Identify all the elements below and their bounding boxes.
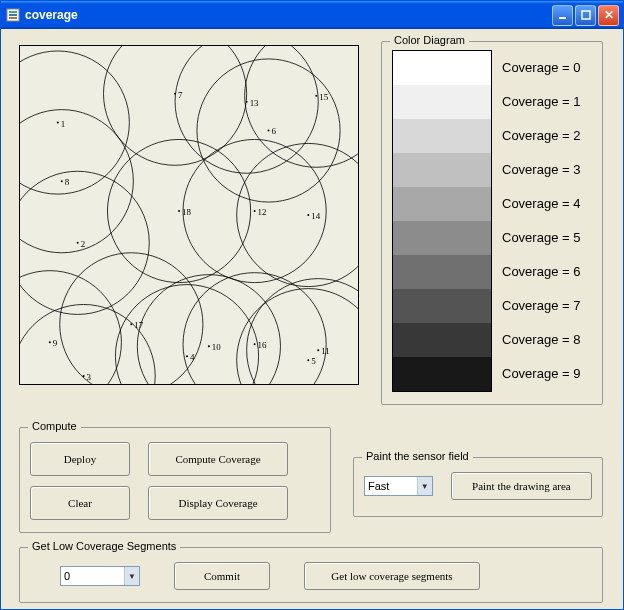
svg-point-27: [20, 110, 133, 253]
swatch-2: [393, 119, 491, 153]
svg-point-6: [20, 51, 129, 194]
svg-rect-3: [9, 17, 17, 19]
svg-point-55: [130, 323, 132, 325]
client-area: 123456789101112131415161718 Color Diagra…: [1, 29, 623, 609]
titlebar[interactable]: coverage ✕: [1, 1, 623, 29]
swatch-8: [393, 323, 491, 357]
svg-point-10: [77, 242, 79, 244]
svg-point-37: [317, 349, 319, 351]
deploy-button[interactable]: Deploy: [30, 442, 130, 476]
swatch-5: [393, 221, 491, 255]
window-title: coverage: [25, 8, 552, 22]
svg-point-22: [268, 130, 270, 132]
svg-point-51: [183, 273, 326, 384]
svg-rect-1: [9, 11, 17, 13]
svg-text:5: 5: [311, 356, 316, 366]
maximize-button[interactable]: [575, 5, 596, 26]
swatch-4: [393, 187, 491, 221]
svg-point-40: [254, 210, 256, 212]
app-icon: [5, 7, 21, 23]
swatch-6: [393, 255, 491, 289]
display-coverage-button[interactable]: Display Coverage: [148, 486, 288, 520]
svg-text:4: 4: [190, 352, 195, 362]
svg-text:7: 7: [178, 90, 183, 100]
svg-text:12: 12: [258, 207, 267, 217]
svg-point-48: [245, 46, 358, 167]
compute-group: Compute Deploy Compute Coverage Clear Di…: [19, 427, 331, 533]
swatch-0: [393, 51, 491, 85]
color-swatch-labels: Coverage = 0Coverage = 1Coverage = 2Cove…: [502, 50, 580, 392]
svg-point-7: [57, 122, 59, 124]
svg-text:17: 17: [134, 320, 143, 330]
svg-point-46: [307, 214, 309, 216]
compute-title: Compute: [28, 420, 81, 432]
paint-area-button[interactable]: Paint the drawing area: [451, 472, 592, 500]
svg-text:13: 13: [250, 98, 259, 108]
svg-point-19: [307, 359, 309, 361]
app-window: coverage ✕ 123456789101112131415161718 C…: [0, 0, 624, 610]
low-coverage-title: Get Low Coverage Segments: [28, 540, 180, 552]
color-diagram-group: Color Diagram Coverage = 0Coverage = 1Co…: [381, 41, 603, 405]
svg-point-43: [246, 101, 248, 103]
color-diagram-title: Color Diagram: [390, 34, 469, 46]
swatch-label-6: Coverage = 6: [502, 254, 580, 288]
swatch-label-0: Coverage = 0: [502, 50, 580, 84]
svg-point-36: [247, 279, 358, 384]
compute-coverage-button[interactable]: Compute Coverage: [148, 442, 288, 476]
swatch-label-1: Coverage = 1: [502, 84, 580, 118]
svg-point-49: [315, 95, 317, 97]
svg-text:9: 9: [53, 338, 58, 348]
swatch-label-2: Coverage = 2: [502, 118, 580, 152]
svg-point-54: [60, 253, 203, 384]
titlebar-buttons: ✕: [552, 5, 619, 26]
swatch-9: [393, 357, 491, 391]
swatch-label-3: Coverage = 3: [502, 152, 580, 186]
swatch-label-7: Coverage = 7: [502, 288, 580, 322]
minimize-button[interactable]: [552, 5, 573, 26]
chevron-down-icon: ▼: [417, 477, 432, 495]
svg-text:1: 1: [61, 119, 65, 129]
svg-text:2: 2: [81, 239, 85, 249]
svg-text:15: 15: [319, 92, 328, 102]
svg-text:10: 10: [212, 342, 221, 352]
svg-text:8: 8: [65, 177, 70, 187]
get-low-coverage-button[interactable]: Get low coverage segments: [304, 562, 480, 590]
low-coverage-level-select[interactable]: 0 ▼: [60, 566, 140, 586]
svg-text:6: 6: [272, 126, 277, 136]
swatch-label-8: Coverage = 8: [502, 322, 580, 356]
chevron-down-icon: ▼: [124, 567, 139, 585]
swatch-3: [393, 153, 491, 187]
svg-text:18: 18: [182, 207, 191, 217]
svg-point-18: [237, 289, 358, 384]
svg-point-52: [254, 343, 256, 345]
svg-rect-5: [582, 11, 590, 19]
swatch-label-4: Coverage = 4: [502, 186, 580, 220]
swatch-label-9: Coverage = 9: [502, 356, 580, 390]
svg-point-31: [49, 341, 51, 343]
commit-button[interactable]: Commit: [174, 562, 270, 590]
paint-speed-value: Fast: [368, 480, 389, 492]
close-button[interactable]: ✕: [598, 5, 619, 26]
svg-point-16: [186, 355, 188, 357]
svg-text:14: 14: [311, 211, 320, 221]
svg-rect-2: [9, 14, 17, 16]
sensor-canvas[interactable]: 123456789101112131415161718: [19, 45, 359, 385]
clear-button[interactable]: Clear: [30, 486, 130, 520]
svg-point-33: [137, 275, 280, 384]
svg-text:16: 16: [258, 340, 267, 350]
paint-title: Paint the sensor field: [362, 450, 473, 462]
swatch-1: [393, 85, 491, 119]
paint-group: Paint the sensor field Fast ▼ Paint the …: [353, 457, 603, 517]
svg-point-30: [20, 271, 121, 384]
svg-point-34: [208, 345, 210, 347]
svg-point-28: [61, 180, 63, 182]
color-swatches: [392, 50, 492, 392]
swatch-7: [393, 289, 491, 323]
paint-speed-select[interactable]: Fast ▼: [364, 476, 433, 496]
low-coverage-level-value: 0: [64, 570, 70, 582]
low-coverage-group: Get Low Coverage Segments 0 ▼ Commit Get…: [19, 547, 603, 603]
svg-point-58: [178, 210, 180, 212]
svg-rect-4: [559, 17, 566, 19]
swatch-label-5: Coverage = 5: [502, 220, 580, 254]
